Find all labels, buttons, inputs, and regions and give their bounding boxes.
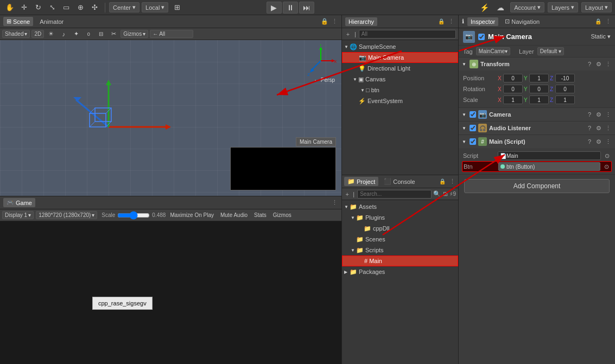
center-dropdown[interactable]: Center ▾ [109,2,140,12]
tree-event-sys[interactable]: ⚡ EventSystem [342,95,458,106]
transform-help[interactable]: ? [586,60,593,68]
rect-tool[interactable]: ▭ [60,2,73,14]
tree-main-script[interactable]: # Main [342,256,458,266]
hierarchy-add[interactable]: + [344,30,352,38]
overlay-btn[interactable]: 0 [83,29,94,39]
sort-btn[interactable]: ⊞ [442,190,448,198]
scene-tab-menu[interactable]: ⋮ [331,18,338,25]
animator-tab[interactable]: Animator [36,17,67,26]
gizmos-dropdown[interactable]: Gizmos▾ [121,30,148,38]
shaded-dropdown[interactable]: Shaded▾ [2,30,30,38]
transform-header[interactable]: ▼ ⊕ Transform ? ⚙ ⋮ [459,58,615,71]
transform-more[interactable]: ⋮ [604,60,612,68]
audio-enabled[interactable] [470,125,476,131]
hierarchy-tab[interactable]: Hierarchy [345,17,377,26]
project-add[interactable]: + [344,190,350,198]
maximize-btn[interactable]: Maximize On Play [168,209,216,221]
layer-dropdown[interactable]: Default ▾ [537,47,564,55]
camera-enabled[interactable] [470,111,476,118]
transform-tool[interactable]: ⊕ [74,2,87,14]
multi-tool[interactable]: ✣ [88,2,101,14]
rot-y[interactable] [529,85,549,93]
audio-more[interactable]: ⋮ [604,124,612,132]
tree-packages[interactable]: ▶ 📁 Packages [342,266,458,277]
project-search[interactable] [357,190,432,199]
rot-z[interactable] [555,85,575,93]
script-enabled[interactable] [470,138,476,145]
inspector-tab[interactable]: Inspector [467,17,498,26]
sc-z[interactable] [555,95,575,104]
tree-btn[interactable]: ▼ □ btn [342,85,458,95]
display-dropdown[interactable]: Display 1▾ [2,211,34,219]
rot-x[interactable] [503,85,523,93]
audio-header[interactable]: ▼ 🎧 Audio Listener ? ⚙ ⋮ [459,122,615,135]
scene-tab-lock[interactable]: 🔒 [321,18,328,25]
audio-help[interactable]: ? [586,124,593,132]
tree-dir-light[interactable]: 💡 Directional Light [342,63,458,74]
btn-circle-btn[interactable]: ⊙ [603,163,610,170]
camera-more[interactable]: ⋮ [604,111,612,118]
lighting-btn[interactable]: ☀ [46,29,56,39]
hierarchy-menu[interactable]: ⋮ [447,18,455,25]
tree-scenes[interactable]: 📁 Scenes [342,234,458,245]
game-gizmos-btn[interactable]: Gizmos [271,209,294,221]
stats-btn[interactable]: Stats [252,209,269,221]
tree-cppdll[interactable]: 📁 cppDll [342,223,458,234]
move-tool[interactable]: ✛ [17,2,30,14]
tree-sample-scene[interactable]: ▼ 🌐 SampleScene [342,41,458,52]
audio-btn[interactable]: ♪ [58,29,69,39]
layers-dropdown[interactable]: Layers ▾ [548,2,578,12]
rotate-tool[interactable]: ↻ [31,2,45,14]
all-search[interactable]: ← All [150,30,193,38]
sc-x[interactable] [503,95,523,104]
search-icon-btn[interactable]: 🔍 [433,190,441,198]
project-tab[interactable]: 📁 Project [344,177,378,186]
script-help[interactable]: ? [586,138,593,145]
pause-button[interactable]: ⏸ [283,2,298,14]
layout-dropdown[interactable]: Layout ▾ [581,2,612,12]
audio-settings[interactable]: ⚙ [595,124,603,132]
project-lock[interactable]: 🔒 [439,178,446,186]
script-more[interactable]: ⋮ [604,138,612,145]
scene-canvas[interactable]: Y X Z ← Persp [0,40,341,196]
sc-y[interactable] [529,95,549,104]
inspector-lock[interactable]: 🔒 [594,18,602,25]
grid-toggle[interactable]: ⊟ [96,29,106,39]
step-button[interactable]: ⏭ [299,2,314,14]
script-circle-btn[interactable]: ⊙ [603,152,611,159]
script-settings[interactable]: ⚙ [595,138,603,145]
scissor-btn[interactable]: ✂ [108,29,119,39]
camera-settings[interactable]: ⚙ [595,111,603,118]
script-header[interactable]: ▼ # Main (Script) ? ⚙ ⋮ [459,135,615,148]
project-menu[interactable]: ⋮ [448,178,456,186]
static-label[interactable]: Static ▾ [591,33,611,40]
tree-scripts[interactable]: ▼ 📁 Scripts [342,245,458,256]
tree-assets[interactable]: ▼ 📁 Assets [342,201,458,212]
transform-settings[interactable]: ⚙ [595,60,603,68]
hand-tool[interactable]: ✋ [3,2,16,14]
pos-z[interactable] [555,74,575,82]
object-enabled-check[interactable] [478,34,485,40]
camera-header[interactable]: ▼ 📷 Camera ? ⚙ ⋮ [459,108,615,121]
pos-y[interactable] [529,74,549,82]
2d-toggle[interactable]: 2D [31,30,44,38]
local-dropdown[interactable]: Local ▾ [142,2,168,12]
console-tab[interactable]: ⬛ Console [381,177,418,186]
collab-btn[interactable]: ⚡ [478,2,491,14]
scale-tool[interactable]: ⤡ [46,2,59,14]
game-tab-menu[interactable]: ⋮ [331,199,338,207]
hierarchy-lock[interactable]: 🔒 [438,18,445,25]
inspector-menu[interactable]: ⋮ [604,18,612,25]
tree-canvas[interactable]: ▼ ▣ Canvas [342,74,458,85]
pos-x[interactable] [503,74,523,82]
tag-dropdown[interactable]: MainCame▾ [476,47,510,55]
hierarchy-search[interactable] [359,30,456,39]
resolution-dropdown[interactable]: 1280*720 (1280x720)▾ [36,211,97,219]
camera-help[interactable]: ? [586,111,593,118]
cloud-btn[interactable]: ☁ [494,2,507,14]
scene-tab[interactable]: ⊞ Scene [3,17,33,26]
account-dropdown[interactable]: Account ▾ [510,2,544,12]
grid-btn[interactable]: ⊞ [170,2,183,14]
add-component-button[interactable]: Add Component [464,179,610,193]
scale-slider[interactable] [117,212,150,219]
